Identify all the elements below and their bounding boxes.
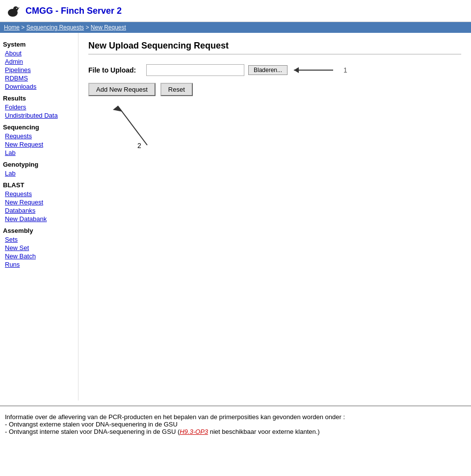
sidebar-item-sets[interactable]: Sets [3,235,75,244]
sidebar-item-undistributed[interactable]: Undistributed Data [3,111,75,120]
button-annotation-area: Add New Request Reset 2 [88,83,461,150]
sidebar-item-rdbms[interactable]: RDBMS [3,74,75,82]
button-row: Add New Request Reset [88,83,461,96]
annotation-arrow-1: 1 [291,64,347,76]
add-new-request-button[interactable]: Add New Request [88,83,156,96]
breadcrumb-current[interactable]: New Request [91,24,126,31]
svg-marker-7 [113,106,123,112]
sidebar-item-pipelines[interactable]: Pipelines [3,66,75,74]
svg-line-6 [118,106,147,145]
sidebar: System About Admin Pipelines RDBMS Downl… [0,33,78,401]
sidebar-item-new-batch[interactable]: New Batch [3,252,75,260]
sidebar-section-assembly: Assembly [3,227,75,234]
footer-line3-pre: - Ontvangst interne stalen voor DNA-sequ… [5,428,180,435]
arrow-number-2: 2 [137,142,141,150]
sidebar-item-geno-lab[interactable]: Lab [3,169,75,177]
svg-marker-5 [294,67,299,73]
sidebar-item-runs[interactable]: Runs [3,260,75,269]
breadcrumb-home[interactable]: Home [4,24,20,31]
sidebar-item-downloads[interactable]: Downloads [3,82,75,91]
sidebar-item-about[interactable]: About [3,49,75,57]
page-title: New Upload Sequencing Request [88,41,461,54]
sidebar-section-results: Results [3,95,75,102]
main-content: New Upload Sequencing Request File to Up… [78,33,471,401]
browse-button[interactable]: Bladeren... [248,65,288,75]
file-upload-row: File to Upload: Bladeren... 1 [88,64,461,76]
bird-logo-icon [5,3,21,19]
arrow-number-1: 1 [343,66,347,74]
footer: Informatie over de aflevering van de PCR… [0,405,471,442]
breadcrumb-bar: Home > Sequencing Requests > New Request [0,22,471,33]
sidebar-section-sequencing: Sequencing [3,124,75,131]
sidebar-section-genotyping: Genotyping [3,161,75,168]
reset-button[interactable]: Reset [160,83,193,96]
footer-line2: - Ontvangst externe stalen voor DNA-sequ… [5,421,466,428]
svg-point-1 [13,6,18,11]
app-title: CMGG - Finch Server 2 [26,6,122,16]
layout: System About Admin Pipelines RDBMS Downl… [0,33,471,401]
arrow-icon-1 [291,64,340,76]
sidebar-section-system: System [3,41,75,48]
annotation-arrow-2-area: 2 [108,101,461,150]
sidebar-item-new-databank[interactable]: New Databank [3,215,75,223]
sidebar-item-blast-new-request[interactable]: New Request [3,198,75,206]
sidebar-section-blast: BLAST [3,181,75,189]
file-upload-label: File to Upload: [88,66,142,74]
footer-line3-post: niet beschikbaar voor externe klanten.) [208,428,320,435]
sidebar-item-admin[interactable]: Admin [3,57,75,66]
breadcrumb-section[interactable]: Sequencing Requests [26,24,84,31]
svg-point-3 [16,8,17,9]
breadcrumb: Home > Sequencing Requests > New Request [4,24,126,31]
header: CMGG - Finch Server 2 [0,0,471,22]
sidebar-item-requests[interactable]: Requests [3,132,75,140]
sidebar-item-new-request[interactable]: New Request [3,140,75,149]
footer-link[interactable]: H9.3-OP3 [180,428,208,435]
file-input[interactable] [146,64,244,76]
sidebar-item-seq-lab[interactable]: Lab [3,149,75,157]
sidebar-item-blast-requests[interactable]: Requests [3,190,75,198]
sidebar-item-databanks[interactable]: Databanks [3,206,75,215]
sidebar-item-new-set[interactable]: New Set [3,244,75,252]
form-section: File to Upload: Bladeren... 1 [88,64,461,150]
sidebar-item-folders[interactable]: Folders [3,103,75,111]
footer-line3: - Ontvangst interne stalen voor DNA-sequ… [5,428,466,435]
footer-line1: Informatie over de aflevering van de PCR… [5,413,466,421]
